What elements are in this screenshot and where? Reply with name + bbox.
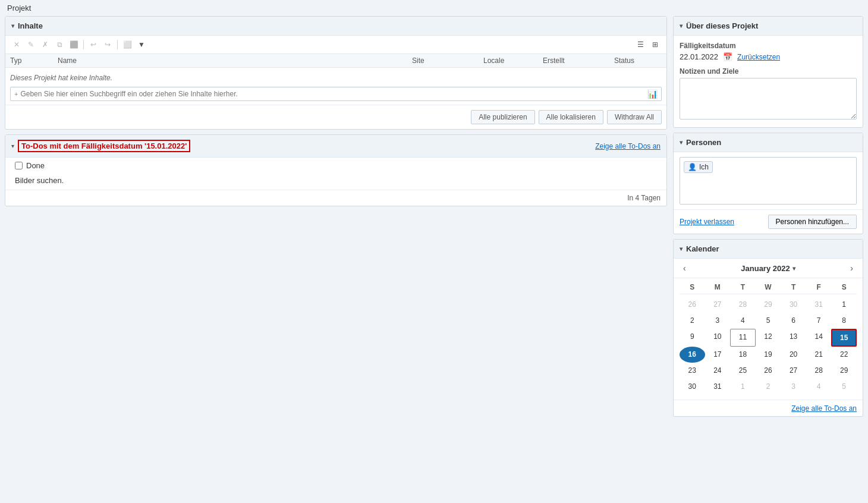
toolbar-btn-options[interactable]: ⬜ <box>121 38 134 51</box>
cal-day-5[interactable]: 5 <box>756 313 781 329</box>
cal-day-9[interactable]: 9 <box>680 329 705 347</box>
cal-day-6[interactable]: 6 <box>781 313 806 329</box>
cal-day-27[interactable]: 27 <box>781 363 806 379</box>
page-title: Projekt <box>0 0 868 16</box>
toolbar-btn-dropdown[interactable]: ▼ <box>135 38 148 51</box>
toolbar-btn-list-view[interactable]: ☰ <box>634 38 647 51</box>
todos-title-text: To-Dos mit dem Fälligkeitsdatum '15.01.2… <box>18 140 190 152</box>
inhalte-search-input[interactable] <box>20 90 645 98</box>
cal-day-23[interactable]: 23 <box>680 363 705 379</box>
cal-day-header-t2: T <box>781 283 806 291</box>
hinzufuegen-btn[interactable]: Personen hinzufügen... <box>768 215 857 229</box>
due-date-value: 22.01.2022 <box>680 52 718 61</box>
cal-day-11[interactable]: 11 <box>730 329 756 347</box>
toolbar-btn-paste[interactable]: ⬛ <box>67 38 80 51</box>
todo-footer: In 4 Tagen <box>5 190 666 206</box>
about-title: Über dieses Projekt <box>686 21 758 30</box>
cal-day-22[interactable]: 22 <box>831 347 857 363</box>
toolbar-sep-1 <box>83 40 84 49</box>
toolbar-btn-edit[interactable]: ✎ <box>24 38 37 51</box>
cal-day-1[interactable]: 1 <box>831 297 857 313</box>
cal-show-todos-link[interactable]: Zeige alle To-Dos an <box>791 404 857 413</box>
verlassen-link[interactable]: Projekt verlassen <box>680 218 734 226</box>
toolbar-btn-close[interactable]: ✕ <box>10 38 23 51</box>
cal-day-header-f: F <box>806 283 832 291</box>
toolbar-btn-redo[interactable]: ↪ <box>101 38 114 51</box>
col-locale: Locale <box>483 56 543 65</box>
cal-day-13[interactable]: 13 <box>781 329 806 347</box>
personen-list: 👤 Ich <box>680 157 857 205</box>
personen-footer: Projekt verlassen Personen hinzufügen... <box>674 209 863 234</box>
cal-week-5: 23 24 25 26 27 28 29 <box>680 363 857 379</box>
cal-day-18[interactable]: 18 <box>730 347 756 363</box>
cal-day-29-dec[interactable]: 29 <box>756 297 781 313</box>
cal-day-21[interactable]: 21 <box>806 347 832 363</box>
cal-week-2: 2 3 4 5 6 7 8 <box>680 313 857 329</box>
cal-day-25[interactable]: 25 <box>730 363 756 379</box>
todos-collapse-arrow[interactable]: ▾ <box>11 143 14 149</box>
search-plus-icon: + <box>14 90 18 98</box>
cal-day-30[interactable]: 30 <box>680 379 705 395</box>
cal-day-28-dec[interactable]: 28 <box>730 297 756 313</box>
toolbar-btn-undo[interactable]: ↩ <box>87 38 100 51</box>
localize-btn[interactable]: Alle lokalisieren <box>539 110 603 124</box>
todos-section: ▾ To-Dos mit dem Fälligkeitsdatum '15.01… <box>5 134 667 206</box>
cal-next-btn[interactable]: › <box>847 262 857 274</box>
cal-day-17[interactable]: 17 <box>705 347 731 363</box>
person-name: Ich <box>699 163 709 171</box>
cal-grid: S M T W T F S 26 27 28 29 30 31 1 <box>674 278 863 400</box>
toolbar-btn-copy[interactable]: ⧉ <box>53 38 66 51</box>
cal-day-14[interactable]: 14 <box>806 329 832 347</box>
calendar-icon[interactable]: 📅 <box>723 52 732 61</box>
cal-day-5-feb[interactable]: 5 <box>831 379 857 395</box>
toolbar-sep-2 <box>117 40 118 49</box>
cal-day-20[interactable]: 20 <box>781 347 806 363</box>
cal-day-8[interactable]: 8 <box>831 313 857 329</box>
about-section: ▾ Über dieses Projekt Fälligkeitsdatum 2… <box>673 16 863 128</box>
cal-day-29[interactable]: 29 <box>831 363 857 379</box>
cal-day-header-w: W <box>756 283 781 291</box>
calendar-collapse-arrow[interactable]: ▾ <box>680 246 683 252</box>
cal-day-16[interactable]: 16 <box>680 347 705 363</box>
todo-item: Done <box>5 158 666 174</box>
cal-day-24[interactable]: 24 <box>705 363 731 379</box>
col-name: Name <box>58 56 412 65</box>
cal-day-4-feb[interactable]: 4 <box>806 379 832 395</box>
toolbar-btn-delete[interactable]: ✗ <box>39 38 52 51</box>
cal-month-label: January 2022 ▾ <box>741 264 795 273</box>
col-site: Site <box>412 56 483 65</box>
reset-link[interactable]: Zurücksetzen <box>737 53 780 61</box>
personen-collapse-arrow[interactable]: ▾ <box>680 139 683 146</box>
cal-day-4[interactable]: 4 <box>730 313 756 329</box>
notes-textarea[interactable] <box>680 78 857 120</box>
calendar-title: Kalender <box>686 244 719 253</box>
cal-day-28[interactable]: 28 <box>806 363 832 379</box>
todos-show-all-link[interactable]: Zeige alle To-Dos an <box>595 142 661 150</box>
cal-day-26-dec[interactable]: 26 <box>680 297 705 313</box>
todo-checkbox[interactable] <box>15 162 23 169</box>
cal-day-10[interactable]: 10 <box>705 329 731 347</box>
cal-day-2[interactable]: 2 <box>680 313 705 329</box>
cal-day-2-feb[interactable]: 2 <box>756 379 781 395</box>
cal-prev-btn[interactable]: ‹ <box>680 262 690 274</box>
cal-day-27-dec[interactable]: 27 <box>705 297 731 313</box>
publish-btn[interactable]: Alle publizieren <box>471 110 534 124</box>
withdraw-btn[interactable]: Withdraw All <box>607 110 662 124</box>
inhalte-title: Inhalte <box>18 21 43 30</box>
about-body: Fälligkeitsdatum 22.01.2022 📅 Zurücksetz… <box>674 36 863 127</box>
cal-day-7[interactable]: 7 <box>806 313 832 329</box>
cal-day-19[interactable]: 19 <box>756 347 781 363</box>
cal-day-26[interactable]: 26 <box>756 363 781 379</box>
cal-day-31[interactable]: 31 <box>705 379 731 395</box>
about-collapse-arrow[interactable]: ▾ <box>680 23 683 29</box>
toolbar-btn-grid-view[interactable]: ⊞ <box>649 38 662 51</box>
inhalte-collapse-arrow[interactable]: ▾ <box>11 23 14 29</box>
cal-day-30-dec[interactable]: 30 <box>781 297 806 313</box>
cal-day-12[interactable]: 12 <box>756 329 781 347</box>
cal-day-31-dec[interactable]: 31 <box>806 297 832 313</box>
cal-dropdown-arrow[interactable]: ▾ <box>792 265 795 272</box>
cal-day-1-feb[interactable]: 1 <box>730 379 756 395</box>
cal-day-3-feb[interactable]: 3 <box>781 379 806 395</box>
cal-day-3[interactable]: 3 <box>705 313 731 329</box>
cal-day-15[interactable]: 15 <box>831 329 857 347</box>
